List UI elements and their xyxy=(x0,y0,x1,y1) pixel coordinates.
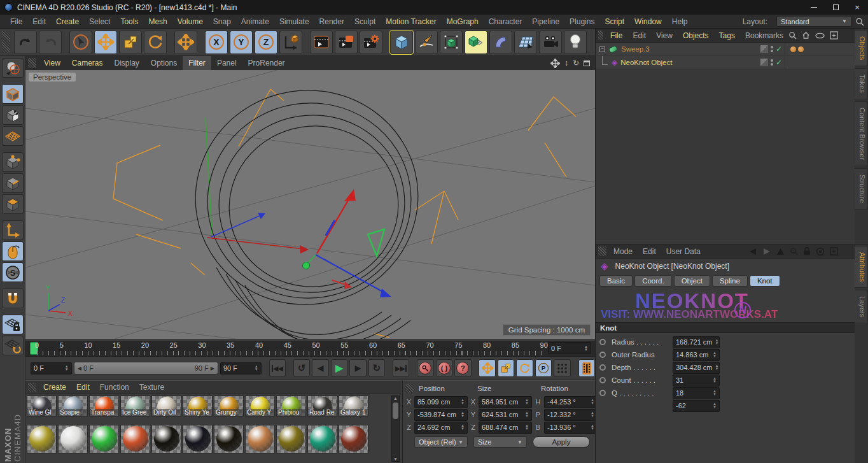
mat-menu-texture[interactable]: Texture xyxy=(134,383,169,392)
coordinate-system-button[interactable] xyxy=(279,31,302,54)
toolbar-grip[interactable] xyxy=(2,31,10,53)
maximize-view-icon[interactable] xyxy=(584,61,590,66)
scroll-down-icon[interactable]: ▼ xyxy=(393,457,398,461)
scroll-up-icon[interactable]: ▲ xyxy=(393,396,398,401)
model-mode-button[interactable] xyxy=(2,84,24,104)
material-thumb[interactable] xyxy=(27,425,57,453)
keyframe-selection-button[interactable]: ? xyxy=(454,359,471,377)
position-y-field[interactable]: -539.874 cm▲▼ xyxy=(414,409,468,421)
material-thumb[interactable]: Ice Gree xyxy=(120,395,150,417)
menu-create[interactable]: Create xyxy=(51,17,84,26)
menu-edit[interactable]: Edit xyxy=(27,17,51,26)
menu-volume[interactable]: Volume xyxy=(172,17,208,26)
menu-mesh[interactable]: Mesh xyxy=(143,17,172,26)
menu-mograph[interactable]: MoGraph xyxy=(442,17,484,26)
record-keyframe-button[interactable] xyxy=(417,359,433,377)
menu-snap[interactable]: Snap xyxy=(208,17,236,26)
material-thumb[interactable]: Wine Gl xyxy=(27,395,57,417)
object-name[interactable]: Sweep.3 xyxy=(621,45,650,53)
lock-workplane-button[interactable] xyxy=(2,315,24,334)
polygons-mode-button[interactable] xyxy=(2,194,24,214)
material-thumb[interactable]: Road Re xyxy=(307,395,337,417)
powerslider-film-button[interactable] xyxy=(578,359,595,377)
viewport-tweak-button[interactable] xyxy=(2,241,24,261)
eye-icon[interactable] xyxy=(815,32,825,39)
current-frame-field[interactable]: 0 F▲▼ xyxy=(31,362,72,374)
scrollbar-thumb[interactable] xyxy=(393,402,398,419)
camera-button[interactable] xyxy=(539,31,562,54)
previous-frame-button[interactable]: ◀ xyxy=(312,359,328,377)
key-scale-toggle[interactable] xyxy=(498,359,514,377)
size-y-field[interactable]: 624.531 cm▲▼ xyxy=(479,409,532,421)
size-z-field[interactable]: 688.474 cm▲▼ xyxy=(479,422,532,434)
material-thumb[interactable] xyxy=(276,425,306,453)
om-menu-objects[interactable]: Objects xyxy=(678,31,714,40)
add-cube-button[interactable] xyxy=(390,31,413,54)
vp-menu-display[interactable]: Display xyxy=(108,59,144,68)
am-menu-mode[interactable]: Mode xyxy=(608,247,638,256)
layer-chip[interactable] xyxy=(760,45,768,53)
material-thumb[interactable]: Candy Y xyxy=(245,395,275,417)
tab-structure[interactable]: Structure xyxy=(855,168,868,210)
material-thumb[interactable] xyxy=(307,425,337,453)
expand-toggle-icon[interactable]: − xyxy=(599,46,605,52)
axis-gizmo[interactable] xyxy=(207,189,391,297)
undo-button[interactable] xyxy=(14,31,37,54)
mat-menu-function[interactable]: Function xyxy=(95,383,134,392)
object-row-neoknot[interactable]: ◈ NeoKnot Object ✓ xyxy=(596,56,855,69)
redo-button[interactable] xyxy=(39,31,62,54)
coord-mode-dropdown[interactable]: Object (Rel)▼ xyxy=(414,436,468,448)
snap-toggle-button[interactable]: S xyxy=(2,262,24,282)
sweep-generator-button[interactable] xyxy=(465,31,487,54)
om-menu-view[interactable]: View xyxy=(651,31,678,40)
layout-dropdown[interactable]: Standard▼ xyxy=(776,16,851,27)
q-field[interactable]: 18▲▼ xyxy=(673,387,720,399)
mat-menu-create[interactable]: Create xyxy=(38,383,71,392)
up-level-icon[interactable] xyxy=(776,248,785,255)
enabled-check-icon[interactable]: ✓ xyxy=(776,58,782,67)
edges-mode-button[interactable] xyxy=(2,173,24,193)
coord-size-dropdown[interactable]: Size▼ xyxy=(473,436,527,448)
magnet-tool-button[interactable] xyxy=(2,288,24,308)
size-x-field[interactable]: 584.951 cm▲▼ xyxy=(479,396,532,408)
viewport-canvas[interactable]: Y X Z Perspective Grid Spacing : 1000 cm xyxy=(25,70,595,339)
menu-render[interactable]: Render xyxy=(314,17,349,26)
key-parameter-toggle[interactable]: P xyxy=(535,359,552,377)
pan-view-icon[interactable] xyxy=(550,59,560,68)
rotation-b-field[interactable]: -13.936 °▲▼ xyxy=(544,422,598,434)
rotation-p-field[interactable]: -12.332 °▲▼ xyxy=(544,409,598,421)
frame-range-slider[interactable]: ◀ 0 F90 F ▶ xyxy=(74,362,218,374)
rotate-view-icon[interactable]: ↻ xyxy=(573,59,579,68)
material-menu-grip[interactable] xyxy=(28,383,36,392)
live-selection-button[interactable] xyxy=(69,31,92,54)
menu-simulate[interactable]: Simulate xyxy=(274,17,314,26)
camera-label[interactable]: Perspective xyxy=(29,73,76,82)
viewport-menu-grip[interactable] xyxy=(28,58,36,68)
mat-menu-edit[interactable]: Edit xyxy=(71,383,95,392)
menu-motion-tracker[interactable]: Motion Tracker xyxy=(381,17,441,26)
tab-spline[interactable]: Spline xyxy=(712,275,748,287)
last-tool-move-button[interactable] xyxy=(174,31,197,54)
key-position-toggle[interactable] xyxy=(479,359,495,377)
am-add-icon[interactable] xyxy=(830,247,838,255)
play-button[interactable]: ▶ xyxy=(331,359,347,377)
material-thumb[interactable]: Transpa xyxy=(89,395,119,417)
enabled-check-icon[interactable]: ✓ xyxy=(776,45,782,53)
position-x-field[interactable]: 85.099 cm▲▼ xyxy=(414,396,468,408)
am-menu-user-data[interactable]: User Data xyxy=(661,247,706,256)
tab-takes[interactable]: Takes xyxy=(855,68,868,99)
maximize-button[interactable] xyxy=(825,0,846,15)
tag-dot[interactable] xyxy=(790,46,796,52)
history-back-icon[interactable] xyxy=(748,248,757,255)
tag-dot[interactable] xyxy=(798,46,804,52)
material-thumb[interactable] xyxy=(58,425,88,453)
attribute-manager-grip[interactable] xyxy=(598,246,606,256)
keyframe-circle-icon[interactable] xyxy=(599,390,606,396)
points-mode-button[interactable] xyxy=(2,152,24,172)
material-thumb[interactable] xyxy=(89,425,119,453)
target-icon[interactable] xyxy=(816,247,825,256)
object-row-sweep[interactable]: − Sweep.3 ✓ xyxy=(596,43,855,56)
om-menu-tags[interactable]: Tags xyxy=(714,31,740,40)
om-menu-bookmarks[interactable]: Bookmarks xyxy=(740,31,788,40)
workplane-mode-button[interactable] xyxy=(2,126,24,146)
